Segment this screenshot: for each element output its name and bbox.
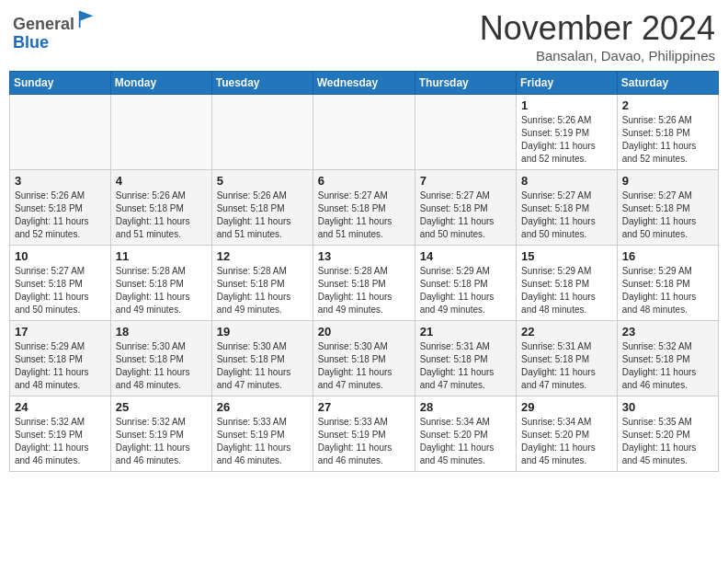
calendar-cell: 17Sunrise: 5:29 AM Sunset: 5:18 PM Dayli… [10,321,111,396]
day-info: Sunrise: 5:31 AM Sunset: 5:18 PM Dayligh… [420,340,511,392]
day-info: Sunrise: 5:35 AM Sunset: 5:20 PM Dayligh… [622,416,713,467]
calendar-cell: 20Sunrise: 5:30 AM Sunset: 5:18 PM Dayli… [313,321,415,396]
day-number: 18 [116,325,207,339]
calendar-cell: 18Sunrise: 5:30 AM Sunset: 5:18 PM Dayli… [110,321,211,396]
calendar-cell: 24Sunrise: 5:32 AM Sunset: 5:19 PM Dayli… [10,396,111,472]
col-header-monday: Monday [110,72,211,95]
day-number: 24 [15,400,106,414]
day-info: Sunrise: 5:29 AM Sunset: 5:18 PM Dayligh… [521,265,612,316]
day-number: 23 [622,325,713,339]
day-number: 19 [217,325,308,339]
day-info: Sunrise: 5:28 AM Sunset: 5:18 PM Dayligh… [318,265,410,316]
calendar-cell: 15Sunrise: 5:29 AM Sunset: 5:18 PM Dayli… [517,246,618,321]
calendar-cell: 14Sunrise: 5:29 AM Sunset: 5:18 PM Dayli… [415,246,516,321]
calendar-cell: 25Sunrise: 5:32 AM Sunset: 5:19 PM Dayli… [110,396,211,472]
day-number: 15 [521,249,612,263]
calendar-cell: 16Sunrise: 5:29 AM Sunset: 5:18 PM Dayli… [617,246,718,321]
day-info: Sunrise: 5:26 AM Sunset: 5:18 PM Dayligh… [622,114,713,166]
day-number: 10 [15,249,106,263]
calendar-cell: 23Sunrise: 5:32 AM Sunset: 5:18 PM Dayli… [617,321,718,396]
day-number: 3 [15,174,106,188]
calendar-cell [110,95,211,170]
col-header-thursday: Thursday [415,72,516,95]
calendar-cell: 19Sunrise: 5:30 AM Sunset: 5:18 PM Dayli… [211,321,313,396]
logo-blue: Blue [13,33,49,52]
day-info: Sunrise: 5:30 AM Sunset: 5:18 PM Dayligh… [116,340,207,392]
day-number: 4 [116,174,207,188]
day-number: 9 [622,174,713,188]
day-info: Sunrise: 5:27 AM Sunset: 5:18 PM Dayligh… [420,190,511,241]
calendar-cell: 5Sunrise: 5:26 AM Sunset: 5:18 PM Daylig… [211,170,313,246]
calendar-cell: 3Sunrise: 5:26 AM Sunset: 5:18 PM Daylig… [10,170,111,246]
calendar-cell: 21Sunrise: 5:31 AM Sunset: 5:18 PM Dayli… [415,321,516,396]
day-number: 27 [318,400,410,414]
calendar-table: SundayMondayTuesdayWednesdayThursdayFrid… [9,71,719,472]
calendar-cell: 13Sunrise: 5:28 AM Sunset: 5:18 PM Dayli… [313,246,415,321]
day-info: Sunrise: 5:26 AM Sunset: 5:19 PM Dayligh… [521,114,612,166]
calendar-cell: 12Sunrise: 5:28 AM Sunset: 5:18 PM Dayli… [211,246,313,321]
day-info: Sunrise: 5:33 AM Sunset: 5:19 PM Dayligh… [217,416,308,467]
day-info: Sunrise: 5:27 AM Sunset: 5:18 PM Dayligh… [521,190,612,241]
calendar-week-3: 10Sunrise: 5:27 AM Sunset: 5:18 PM Dayli… [10,246,719,321]
day-info: Sunrise: 5:29 AM Sunset: 5:18 PM Dayligh… [622,265,713,316]
day-number: 25 [116,400,207,414]
day-info: Sunrise: 5:33 AM Sunset: 5:19 PM Dayligh… [318,416,410,467]
calendar-cell: 28Sunrise: 5:34 AM Sunset: 5:20 PM Dayli… [415,396,516,472]
day-number: 2 [622,98,713,112]
calendar-cell [415,95,516,170]
day-number: 12 [217,249,308,263]
calendar-cell: 4Sunrise: 5:26 AM Sunset: 5:18 PM Daylig… [110,170,211,246]
day-number: 1 [521,98,612,112]
day-number: 5 [217,174,308,188]
day-number: 13 [318,249,410,263]
day-number: 20 [318,325,410,339]
calendar-cell: 9Sunrise: 5:27 AM Sunset: 5:18 PM Daylig… [617,170,718,246]
calendar-week-2: 3Sunrise: 5:26 AM Sunset: 5:18 PM Daylig… [10,170,719,246]
day-info: Sunrise: 5:26 AM Sunset: 5:18 PM Dayligh… [217,190,308,241]
calendar-week-1: 1Sunrise: 5:26 AM Sunset: 5:19 PM Daylig… [10,95,719,170]
calendar-cell: 26Sunrise: 5:33 AM Sunset: 5:19 PM Dayli… [211,396,313,472]
day-info: Sunrise: 5:27 AM Sunset: 5:18 PM Dayligh… [318,190,410,241]
calendar-cell [313,95,415,170]
day-info: Sunrise: 5:28 AM Sunset: 5:18 PM Dayligh… [116,265,207,316]
calendar-cell: 6Sunrise: 5:27 AM Sunset: 5:18 PM Daylig… [313,170,415,246]
calendar-cell: 7Sunrise: 5:27 AM Sunset: 5:18 PM Daylig… [415,170,516,246]
calendar-cell [211,95,313,170]
svg-marker-0 [80,11,94,21]
calendar-cell: 10Sunrise: 5:27 AM Sunset: 5:18 PM Dayli… [10,246,111,321]
day-info: Sunrise: 5:26 AM Sunset: 5:18 PM Dayligh… [15,190,106,241]
col-header-saturday: Saturday [617,72,718,95]
col-header-friday: Friday [517,72,618,95]
day-info: Sunrise: 5:27 AM Sunset: 5:18 PM Dayligh… [622,190,713,241]
day-info: Sunrise: 5:34 AM Sunset: 5:20 PM Dayligh… [420,416,511,467]
col-header-sunday: Sunday [10,72,111,95]
day-info: Sunrise: 5:32 AM Sunset: 5:19 PM Dayligh… [116,416,207,467]
day-number: 30 [622,400,713,414]
calendar-header-row: SundayMondayTuesdayWednesdayThursdayFrid… [10,72,719,95]
calendar-cell: 1Sunrise: 5:26 AM Sunset: 5:19 PM Daylig… [517,95,618,170]
col-header-wednesday: Wednesday [313,72,415,95]
day-number: 8 [521,174,612,188]
title-block: November 2024 Bansalan, Davao, Philippin… [480,9,715,63]
day-info: Sunrise: 5:31 AM Sunset: 5:18 PM Dayligh… [521,340,612,392]
day-info: Sunrise: 5:29 AM Sunset: 5:18 PM Dayligh… [420,265,511,316]
calendar-cell: 2Sunrise: 5:26 AM Sunset: 5:18 PM Daylig… [617,95,718,170]
calendar-cell: 22Sunrise: 5:31 AM Sunset: 5:18 PM Dayli… [517,321,618,396]
day-number: 6 [318,174,410,188]
calendar-cell: 8Sunrise: 5:27 AM Sunset: 5:18 PM Daylig… [517,170,618,246]
day-info: Sunrise: 5:32 AM Sunset: 5:19 PM Dayligh… [15,416,106,467]
col-header-tuesday: Tuesday [211,72,313,95]
page-header: General Blue November 2024 Bansalan, Dav… [9,9,719,63]
month-title: November 2024 [480,9,715,48]
calendar-week-5: 24Sunrise: 5:32 AM Sunset: 5:19 PM Dayli… [10,396,719,472]
location: Bansalan, Davao, Philippines [480,48,715,63]
calendar-week-4: 17Sunrise: 5:29 AM Sunset: 5:18 PM Dayli… [10,321,719,396]
logo-flag-icon [76,9,97,29]
day-info: Sunrise: 5:27 AM Sunset: 5:18 PM Dayligh… [15,265,106,316]
day-number: 7 [420,174,511,188]
calendar-cell [10,95,111,170]
day-number: 22 [521,325,612,339]
day-info: Sunrise: 5:26 AM Sunset: 5:18 PM Dayligh… [116,190,207,241]
day-info: Sunrise: 5:28 AM Sunset: 5:18 PM Dayligh… [217,265,308,316]
day-number: 14 [420,249,511,263]
